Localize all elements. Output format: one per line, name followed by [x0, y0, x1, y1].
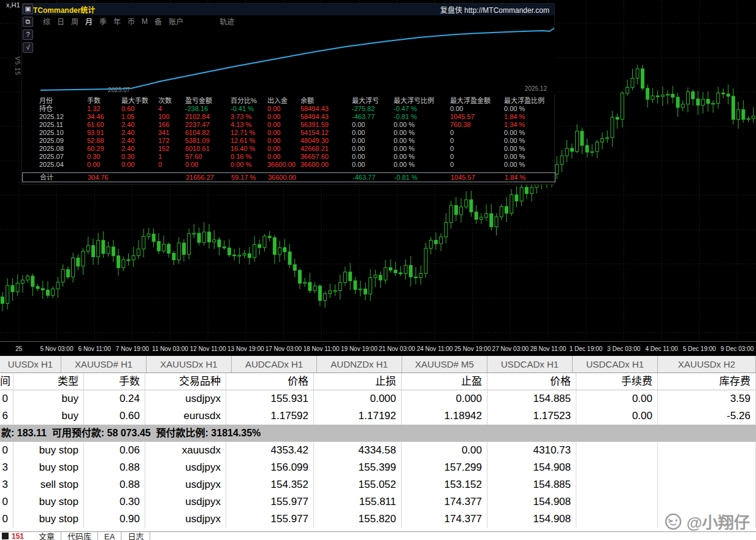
help-icon[interactable]: ? [23, 29, 33, 40]
stats-tab-周[interactable]: 周 [71, 16, 78, 26]
stats-cell: 0.00 [267, 145, 300, 153]
stats-cell: 172 [158, 137, 185, 145]
window-tab-XAUUSD-H1[interactable]: XAUUSD# H1 [61, 356, 147, 372]
windows-icon[interactable]: ▣ [23, 4, 33, 14]
pending-order-row[interactable]: 3buy stop0.88usdjpyx156.099155.399157.29… [0, 459, 756, 476]
check-icon[interactable]: √ [23, 42, 33, 53]
stats-cell: 0.00 [185, 161, 231, 169]
trade-cell: 0 [0, 511, 13, 528]
stats-cell: 36657.60 [300, 153, 352, 161]
pending-order-row[interactable]: 0buy stop0.90usdjpyx155.977155.820174.37… [0, 511, 756, 528]
stats-brand-link[interactable]: 复盘侠 http://MTCommander.com [440, 4, 549, 15]
window-tab-USDCADx-H1[interactable]: USDCADx H1 [573, 356, 658, 372]
pending-order-row[interactable]: 0buy stop0.06xauusdx4353.424334.580.0043… [0, 442, 756, 459]
stats-cell: 42668.21 [300, 145, 352, 153]
trade-cell: 0 [0, 442, 13, 459]
trade-cell: 174.377 [402, 493, 487, 511]
stats-tab-备[interactable]: 备 [155, 16, 162, 26]
window-tab-XAUUSDx-H1[interactable]: XAUUSDx H1 [147, 356, 232, 372]
community-icon[interactable] [2, 533, 9, 539]
stats-cell: 0.00 % [504, 105, 556, 113]
stats-cell: 0.00 [352, 137, 394, 145]
stats-cell: 58494.43 [300, 105, 352, 113]
stats-total-cell: 304.76 [88, 173, 122, 182]
toolbox-tab-代码库[interactable]: 代码库 [61, 532, 98, 540]
version-label: V5.15 [14, 56, 21, 75]
stats-cell: 0 [450, 129, 504, 137]
window-tab-USDCADx-H1[interactable]: USDCADx H1 [487, 356, 573, 372]
stats-cell: 2025.07 [39, 153, 87, 161]
trade-cell: 0.60 [84, 407, 145, 425]
stats-row[interactable]: 2025.1234.461.051002102.843.73 %0.005849… [22, 113, 556, 121]
trade-cell: buy stop [13, 493, 84, 511]
stats-row[interactable]: 2025.1093.912.403416104.8212.71 %0.00541… [22, 129, 556, 137]
stats-cell: 57.60 [185, 153, 231, 161]
stats-cell: 2.40 [121, 137, 158, 145]
trade-cell: 174.377 [402, 511, 487, 528]
stats-total-cell [159, 173, 186, 182]
trade-cell: 0.30 [84, 493, 145, 511]
time-axis-label: 12 Nov 11:00 [189, 342, 227, 356]
stats-titlebar[interactable]: MTCommander统计 复盘侠 http://MTCommander.com [22, 4, 554, 15]
trade-header-cell: 止损 [314, 373, 402, 390]
chart-symbol-label: x,H1 [6, 1, 20, 9]
window-tab-XAUUSD-M5[interactable]: XAUUSD# M5 [402, 356, 487, 372]
stats-tab-轨迹[interactable]: 轨迹 [220, 16, 234, 26]
watermark-text: @小翔仔 [687, 510, 750, 533]
stats-row[interactable]: 2025.0860.292.401526010.6116.40 %0.00426… [22, 145, 556, 153]
stats-row[interactable]: 2025.1161.602.401662237.474.13 %0.005639… [22, 121, 556, 129]
trade-cell: 153.152 [402, 476, 487, 493]
trade-cell: 0 [0, 390, 13, 407]
trade-cell: buy [13, 407, 84, 425]
window-tab-AUDNZDx-H1[interactable]: AUDNZDx H1 [317, 356, 402, 372]
trade-cell: 155.399 [314, 459, 402, 476]
stats-cell: 0.00 % [504, 161, 556, 169]
pending-order-row[interactable]: 0buy stop0.30usdjpyx155.977155.811174.37… [0, 493, 756, 511]
equity-mini-chart: 2025.07 2025.12 [39, 27, 556, 94]
stats-cell: 0.00 [267, 153, 300, 161]
toolbox-tab-EA[interactable]: EA [98, 532, 121, 540]
trade-cell: 3 [0, 459, 13, 476]
stats-title: MTCommander统计 [27, 4, 95, 15]
window-tab-XAUUSDx-H2[interactable]: XAUUSDx H2 [658, 356, 756, 372]
open-position-row[interactable]: 0buy0.24usdjpyx155.9310.0000.000154.8850… [0, 390, 756, 407]
stats-cell: 60.29 [87, 145, 121, 153]
trade-header-cell: 价格 [487, 373, 576, 390]
stats-cell: 0.00 % [394, 121, 450, 129]
stats-cell: 52.88 [87, 137, 121, 145]
trade-cell [576, 493, 658, 511]
toolbox-tab-文章[interactable]: 文章 [32, 532, 61, 540]
stats-tab-年[interactable]: 年 [113, 16, 121, 26]
trade-cell: 154.908 [487, 493, 576, 511]
stats-tab-季[interactable]: 季 [99, 16, 107, 26]
stats-total-cell: 59.17 % [231, 173, 268, 182]
trade-cell [658, 459, 756, 476]
stats-cell: 0.00 % [394, 145, 450, 153]
pending-order-row[interactable]: 3sell stop0.88usdjpyx154.352155.052153.1… [0, 476, 756, 493]
stats-cell: 0.00 [352, 145, 394, 153]
stats-row[interactable]: 2025.070.300.30157.600.16 %0.0036657.600… [22, 153, 556, 161]
stats-tab-日[interactable]: 日 [57, 16, 64, 26]
stats-table: 月份手数最大手数次数盈亏金额百分比%出入金余额最大浮亏最大浮亏比例最大浮盈金额最… [22, 97, 556, 182]
window-tab-AUDCADx-H1[interactable]: AUDCADx H1 [232, 356, 317, 372]
stats-tab-综[interactable]: 综 [43, 16, 50, 26]
trade-cell: 3 [0, 476, 13, 493]
stats-total-row[interactable]: 合计304.7621656.2759.17 %36600.00-463.77-0… [22, 172, 556, 182]
stats-row[interactable]: 2025.040.000.0000.000.00 %36600.0036600.… [22, 161, 556, 169]
time-axis-label: 6 Nov 11:00 [75, 342, 113, 356]
stats-tab-币[interactable]: 币 [128, 16, 135, 26]
trade-header-cell: 手数 [84, 373, 145, 390]
stats-row[interactable]: 2025.0952.882.401725381.0912.61 %0.00480… [22, 137, 556, 145]
stats-tab-M[interactable]: M [142, 17, 148, 26]
open-position-row[interactable]: 6buy0.60eurusdx1.175921.171921.189421.17… [0, 407, 756, 425]
stats-tab-月[interactable]: 月 [85, 16, 93, 26]
stats-row[interactable]: 持仓1.320.604-238.16-0.41 %0.0058494.43-27… [22, 105, 556, 113]
stats-tab-账户[interactable]: 账户 [169, 16, 183, 26]
copy-icon[interactable]: ⧉ [23, 17, 33, 27]
toolbox-tab-日志[interactable]: 日志 [121, 532, 150, 540]
window-tab-UUSDx-H1[interactable]: UUSDx H1 [0, 356, 61, 372]
trade-cell: usdjpyx [145, 511, 226, 528]
stats-cell: 0.00 [267, 121, 300, 129]
terminal-panel: UUSDx H1XAUUSD# H1XAUUSDx H1AUDCADx H1AU… [0, 356, 756, 531]
stats-cell: 0.00 [450, 105, 504, 113]
